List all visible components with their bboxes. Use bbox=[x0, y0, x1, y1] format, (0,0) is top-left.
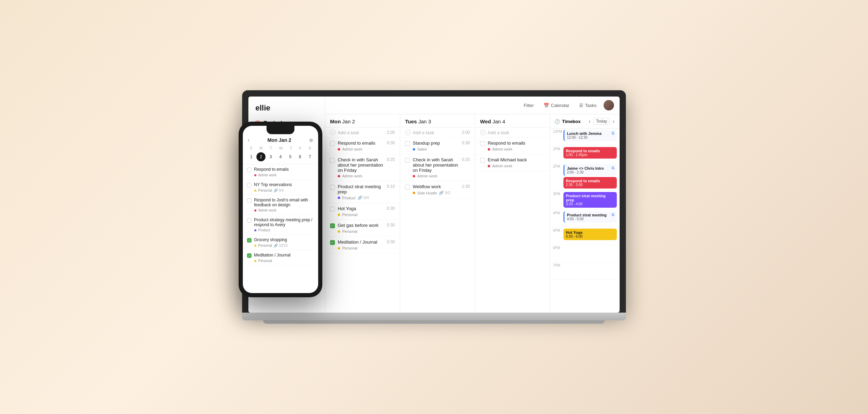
user-avatar[interactable] bbox=[604, 100, 614, 110]
timebox-event[interactable]: Respond to emails2:35 - 3:00 bbox=[563, 177, 617, 189]
cal-task-checkbox[interactable] bbox=[405, 185, 410, 190]
phone-task-checkbox[interactable] bbox=[247, 253, 252, 258]
cal-task-checkbox[interactable] bbox=[480, 141, 485, 146]
phone-task-list: Respond to emailsAdmin workNY Trip reser… bbox=[243, 164, 318, 293]
calendar-label: Calendar bbox=[551, 103, 569, 108]
cal-task-title: Webflow work bbox=[413, 184, 441, 189]
timebox-next[interactable]: › bbox=[612, 118, 615, 124]
cal-tag-dot bbox=[338, 148, 340, 151]
filter-button[interactable]: Filter bbox=[521, 101, 537, 109]
calendar-task: Meditation / Journal0:30Personal bbox=[325, 237, 400, 253]
cal-task-title: Product strat meeting prep bbox=[338, 184, 384, 194]
cal-tag-label: Admin work bbox=[342, 147, 362, 151]
timebox-event[interactable]: Hot Yoga5:30 - 6:00 bbox=[563, 229, 617, 240]
cal-task-checkbox[interactable] bbox=[330, 223, 335, 228]
cal-task-title: Email Michael back bbox=[488, 157, 527, 162]
calendar-button[interactable]: 📅 Calendar bbox=[541, 101, 572, 109]
phone-day-7[interactable]: 7 bbox=[305, 152, 314, 161]
cal-task-checkbox[interactable] bbox=[330, 158, 335, 163]
phone-day-3[interactable]: 3 bbox=[266, 152, 275, 161]
timebox-event[interactable]: GLunch with Jemma12:00 - 12:30 bbox=[563, 130, 617, 141]
calendar-column: Wed Jan 4+Add a taskRespond to emailsAdm… bbox=[475, 114, 550, 313]
cal-tag-label: Admin work bbox=[417, 174, 437, 178]
cal-tag-dot bbox=[488, 165, 490, 167]
col-month: Jan 4 bbox=[492, 118, 505, 124]
phone-task-title: Respond to Josh's email with feedback on… bbox=[254, 198, 314, 207]
phone-task-count: 🔗 10/10 bbox=[274, 244, 287, 247]
calendar-task: Get gas before work0:30Personal bbox=[325, 220, 400, 237]
cal-task-checkbox[interactable] bbox=[330, 185, 335, 190]
calendar-task: Webflow work1:30Side Hustle🔗 0/2 bbox=[400, 181, 475, 198]
time-events: Hot Yoga5:30 - 6:00 bbox=[563, 228, 617, 242]
cal-task-time: 0:30 bbox=[387, 239, 395, 244]
time-events: Product strat meeting prep3:30 - 4:00 bbox=[563, 191, 617, 210]
cal-task-title: Respond to emails bbox=[488, 140, 525, 146]
time-events bbox=[563, 262, 617, 264]
phone-tag-label: Product bbox=[258, 228, 270, 232]
timebox-event[interactable]: GProduct strat meeting4:00 - 5:00 bbox=[563, 211, 617, 223]
cal-task-time: 0:30 bbox=[462, 140, 470, 145]
phone-task-title: Grocery shopping bbox=[254, 237, 314, 242]
plus-icon: + bbox=[405, 130, 411, 135]
cal-task-checkbox[interactable] bbox=[405, 158, 410, 163]
time-events: Respond to emails1:00 - 1:45pm bbox=[563, 146, 617, 161]
phone-task-item: Grocery shoppingPersonal🔗 10/10 bbox=[246, 235, 315, 250]
google-icon: G bbox=[612, 213, 614, 217]
tasks-button[interactable]: ☰ Tasks bbox=[576, 101, 599, 109]
timebox-event[interactable]: GJaime <> Chris Intro2:00 - 2:30 bbox=[563, 164, 617, 176]
phone-week-days: 1 2 3 4 5 6 7 bbox=[243, 152, 318, 164]
phone-task-title: Meditation / Journal bbox=[254, 253, 314, 258]
phone-day-2[interactable]: 2 bbox=[256, 152, 265, 161]
event-title: Respond to emails bbox=[566, 179, 614, 183]
phone-task-checkbox[interactable] bbox=[247, 238, 252, 243]
timebox-clock-icon: 🕐 bbox=[554, 119, 560, 124]
google-icon: G bbox=[612, 131, 614, 135]
phone-day-5[interactable]: 5 bbox=[286, 152, 295, 161]
event-time: 2:35 - 3:00 bbox=[566, 183, 614, 187]
time-label: 7PM bbox=[553, 262, 563, 267]
event-title: Product strat meeting bbox=[567, 213, 614, 217]
cal-task-checkbox[interactable] bbox=[330, 141, 335, 146]
calendar-icon: 📅 bbox=[544, 103, 549, 108]
main-content: Filter 📅 Calendar ☰ Tasks bbox=[325, 97, 620, 313]
phone-task-checkbox[interactable] bbox=[247, 218, 252, 223]
col-day: Wed bbox=[480, 118, 491, 124]
phone-tag-label: Personal bbox=[258, 244, 272, 247]
laptop-foot bbox=[263, 320, 605, 324]
cal-task-checkbox[interactable] bbox=[330, 240, 335, 245]
cal-tag-dot bbox=[338, 214, 340, 216]
cal-tag-dot bbox=[413, 175, 415, 177]
column-header: Mon Jan 2 bbox=[325, 114, 400, 128]
calendar-task: Respond to emails0:30Admin work bbox=[325, 138, 400, 154]
col-month: Jan 2 bbox=[342, 118, 355, 124]
timebox-today[interactable]: Today bbox=[593, 118, 609, 125]
cal-task-checkbox[interactable] bbox=[405, 141, 410, 146]
phone-day-6[interactable]: 6 bbox=[295, 152, 305, 161]
timebox-event[interactable]: Respond to emails1:00 - 1:45pm bbox=[563, 147, 617, 159]
timebox-prev[interactable]: ‹ bbox=[588, 118, 592, 124]
cal-task-checkbox[interactable] bbox=[480, 158, 485, 163]
cal-task-checkbox[interactable] bbox=[330, 207, 335, 212]
phone-task-checkbox[interactable] bbox=[247, 198, 252, 203]
column-add-task[interactable]: +Add a task bbox=[330, 130, 359, 135]
phone-day-1[interactable]: 1 bbox=[247, 152, 256, 161]
cal-task-title: Check in with Sarah about her presentati… bbox=[413, 157, 459, 173]
event-title: Lunch with Jemma bbox=[567, 131, 614, 136]
time-label: 2PM bbox=[553, 163, 563, 168]
timebox-event[interactable]: Product strat meeting prep3:30 - 4:00 bbox=[563, 192, 617, 208]
phone-task-checkbox[interactable] bbox=[247, 168, 252, 172]
timebox-time-row: 7PM bbox=[550, 262, 620, 280]
phone-tag-label: Admin work bbox=[258, 173, 276, 177]
timebox-time-row: 4PMGProduct strat meeting4:00 - 5:00 bbox=[550, 210, 620, 228]
cal-tag-label: Product bbox=[342, 196, 356, 200]
phone-day-4[interactable]: 4 bbox=[276, 152, 285, 161]
column-add-task[interactable]: +Add a task bbox=[480, 130, 509, 135]
cal-tag-label: Admin work bbox=[492, 164, 512, 168]
cal-task-count: 🔗 0/2 bbox=[439, 191, 450, 195]
phone-menu-icon[interactable]: ⊕ bbox=[309, 137, 313, 143]
time-events: GLunch with Jemma12:00 - 12:30 bbox=[563, 129, 617, 143]
column-add-task[interactable]: +Add a task bbox=[405, 130, 434, 135]
phone-task-checkbox[interactable] bbox=[247, 183, 252, 187]
cal-tag-label: Side Hustle bbox=[417, 191, 437, 195]
phone-back-button[interactable]: ‹ bbox=[248, 137, 249, 143]
